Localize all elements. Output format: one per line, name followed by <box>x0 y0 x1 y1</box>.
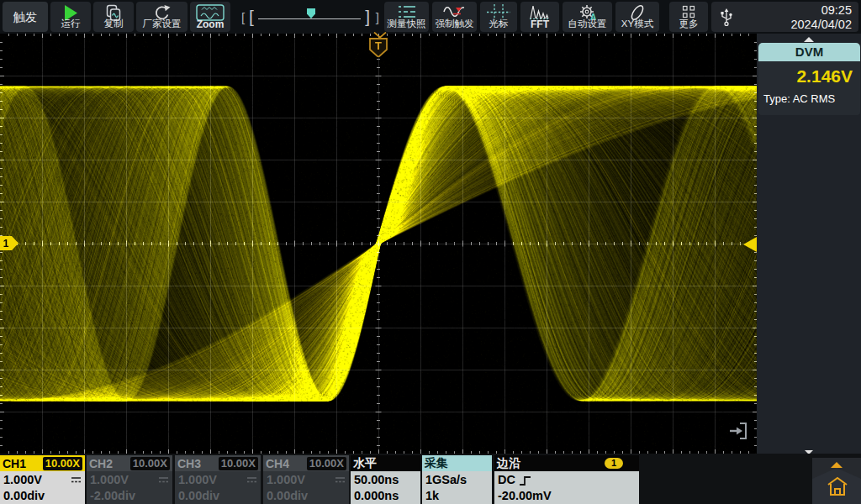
channel3-box[interactable]: CH3 10.00X 1.000V 0.00div <box>175 455 261 504</box>
ch1-dc-coupling-icon <box>71 476 82 484</box>
ch4-scale: 1.000V <box>267 472 305 488</box>
home-icon[interactable] <box>826 475 849 498</box>
dvm-card[interactable]: DVM 2.146V Type: AC RMS <box>758 43 860 115</box>
slider-inner-right-bracket: ] <box>365 7 370 27</box>
zoom-button[interactable]: Zoom <box>190 2 230 32</box>
ch2-offset: -2.00div <box>90 488 169 504</box>
slider-outer-right-bracket: ] <box>376 10 379 24</box>
fft-button[interactable]: FFT <box>520 2 559 32</box>
channel1-box[interactable]: CH1 10.00X 1.000V 0.00div <box>0 455 85 504</box>
clock-text: 09:25 2024/04/02 <box>790 3 852 31</box>
delay-value: 0.000ns <box>354 488 417 504</box>
measure-snapshot-label: 测量快照 <box>384 18 429 30</box>
ch3-name: CH3 <box>177 457 201 470</box>
trigger-position-marker[interactable]: T <box>369 38 388 57</box>
slider-inner-left-bracket: [ <box>249 7 254 27</box>
horizontal-box[interactable]: 水平 50.00ns 0.000ns <box>351 455 420 504</box>
ch4-dc-coupling-icon <box>335 476 346 484</box>
acquire-box[interactable]: 采集 1GSa/s 1k <box>422 455 492 504</box>
auto-setup-label: 自动设置 <box>563 18 612 30</box>
trigger-menu-button[interactable]: 触发 <box>3 2 48 32</box>
top-toolbar: 触发 运行 复制 厂家设置 Z <box>0 0 861 34</box>
ch3-probe: 10.00X <box>219 457 258 470</box>
dvm-body: 2.146V Type: AC RMS <box>758 61 860 115</box>
sample-rate-value: 1GSa/s <box>425 472 489 488</box>
more-label: 更多 <box>669 18 708 30</box>
run-button[interactable]: 运行 <box>50 2 91 32</box>
svg-text:1: 1 <box>3 238 9 249</box>
right-sidebar: DVM 2.146V Type: AC RMS <box>757 34 861 458</box>
ch2-name: CH2 <box>89 457 113 470</box>
edge-label: 边沿 <box>497 456 520 471</box>
trigger-level-value: -20.00mV <box>498 488 636 504</box>
cursor-button[interactable]: 光标 <box>480 2 517 32</box>
dvm-title: DVM <box>758 43 860 61</box>
ch4-offset: 0.00div <box>267 488 346 504</box>
xy-mode-button[interactable]: XY模式 <box>615 2 659 32</box>
channel1-level-marker[interactable]: 1 <box>0 236 19 250</box>
ch2-scale: 1.000V <box>90 472 129 488</box>
memory-depth-value: 1k <box>425 488 489 504</box>
ch1-scale: 1.000V <box>3 472 42 488</box>
slider-outer-left-bracket: [ <box>241 10 245 24</box>
auto-setup-button[interactable]: A 自动设置 <box>563 2 612 32</box>
trigger-menu-label: 触发 <box>3 2 48 32</box>
ch3-dc-coupling-icon <box>246 476 257 484</box>
channel2-box[interactable]: CH2 10.00X 1.000V -2.00div <box>87 455 172 504</box>
ch2-probe: 10.00X <box>130 457 170 470</box>
ch3-offset: 0.00div <box>178 488 257 504</box>
horizontal-position-slider[interactable]: [ [ ] ] <box>241 2 379 32</box>
copy-button[interactable]: 复制 <box>93 2 134 32</box>
timebase-value: 50.00ns <box>354 472 417 488</box>
factory-settings-label: 厂家设置 <box>136 18 188 30</box>
ch1-probe: 10.00X <box>43 457 82 470</box>
home-panel[interactable] <box>812 458 861 504</box>
home-panel-up-icon[interactable] <box>831 462 843 468</box>
fft-label: FFT <box>520 18 559 30</box>
slider-track[interactable] <box>258 18 361 19</box>
ch4-probe: 10.00X <box>307 457 346 470</box>
rising-edge-icon <box>519 475 532 486</box>
run-label: 运行 <box>50 18 91 30</box>
ch3-scale: 1.000V <box>178 472 217 488</box>
trigger-coupling: DC <box>498 472 515 488</box>
sidebar-scroll-up-icon[interactable] <box>804 37 814 42</box>
copy-label: 复制 <box>93 18 134 30</box>
xy-mode-label: XY模式 <box>615 18 659 30</box>
edge-trigger-box[interactable]: 边沿 1 DC -20.00mV <box>494 455 639 504</box>
slider-thumb[interactable] <box>307 8 315 18</box>
dvm-type: Type: AC RMS <box>758 87 860 105</box>
enter-fullscreen-icon[interactable] <box>726 419 750 443</box>
oscilloscope-screen: 触发 运行 复制 厂家设置 Z <box>0 0 861 504</box>
ch2-dc-coupling-icon <box>158 476 169 484</box>
dvm-value: 2.146V <box>758 61 860 87</box>
bottom-status-bar: CH1 10.00X 1.000V 0.00div CH2 10.00X 1.0… <box>0 454 861 504</box>
time-label: 09:25 <box>790 3 852 18</box>
channel4-box[interactable]: CH4 10.00X 1.000V 0.00div <box>263 455 349 504</box>
cursor-label: 光标 <box>480 18 517 30</box>
ch4-name: CH4 <box>266 457 289 470</box>
waveform-display[interactable] <box>0 34 757 454</box>
force-trigger-button[interactable]: 强制触发 <box>432 2 477 32</box>
horizontal-label: 水平 <box>353 456 377 471</box>
zoom-label: Zoom <box>190 18 230 30</box>
date-label: 2024/04/02 <box>790 18 852 32</box>
ch1-offset: 0.00div <box>3 488 82 504</box>
trigger-source-badge: 1 <box>605 458 623 469</box>
clock-panel[interactable]: 09:25 2024/04/02 <box>711 2 858 32</box>
measure-snapshot-button[interactable]: 测量快照 <box>384 2 429 32</box>
acquire-label: 采集 <box>425 456 448 471</box>
force-trigger-label: 强制触发 <box>432 18 477 30</box>
usb-icon <box>719 8 734 26</box>
factory-settings-button[interactable]: 厂家设置 <box>136 2 188 32</box>
svg-text:T: T <box>375 39 382 52</box>
ch1-name: CH1 <box>3 457 26 470</box>
more-button[interactable]: 更多 <box>669 2 708 32</box>
